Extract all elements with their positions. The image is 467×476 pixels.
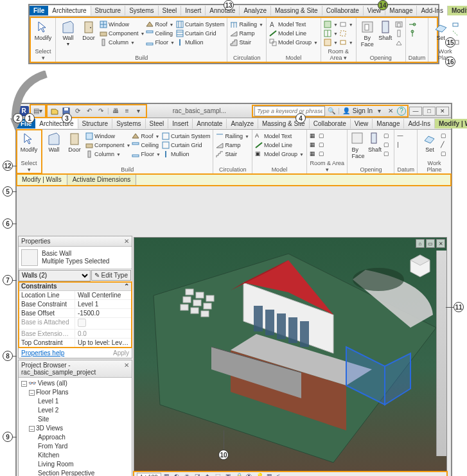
dormer-button[interactable] xyxy=(395,38,403,47)
by-face-button[interactable]: By Face xyxy=(359,20,376,48)
component-button[interactable]: Component▼ xyxy=(100,29,145,38)
m-window-button[interactable]: Window xyxy=(85,132,130,141)
location-line-value[interactable]: Wall Centerline xyxy=(75,291,132,299)
m-tab-view[interactable]: View xyxy=(351,119,373,128)
maximize-button[interactable]: □ xyxy=(423,107,436,116)
m-tab-steel[interactable]: Steel xyxy=(146,119,169,128)
window-button[interactable]: Window xyxy=(100,20,145,29)
room-button[interactable]: ▼ xyxy=(324,20,338,29)
tab-manage[interactable]: Manage xyxy=(385,6,417,15)
undo-icon[interactable]: ↶ xyxy=(84,106,94,116)
room-sep-button[interactable]: ▼ xyxy=(324,29,338,38)
tab-insert[interactable]: Insert xyxy=(181,6,206,15)
m-tab-addins[interactable]: Add-Ins xyxy=(404,119,434,128)
m-ceiling-button[interactable]: Ceiling xyxy=(132,141,160,150)
railing-button[interactable]: Railing▼ xyxy=(230,20,263,29)
model-group-button[interactable]: Model Group▼ xyxy=(269,38,318,47)
rendering-icon[interactable]: ✦ xyxy=(205,473,213,477)
tag-room-button[interactable]: ▼ xyxy=(339,20,353,29)
type-selector[interactable]: Basic WallMultiple Types Selected xyxy=(19,247,132,269)
m-byface[interactable]: By Face xyxy=(350,132,366,159)
crop-icon[interactable]: ⬚ xyxy=(215,473,223,477)
roof-button[interactable]: Roof▼ xyxy=(146,20,174,29)
m-tab-systems[interactable]: Systems xyxy=(112,119,145,128)
floor-button[interactable]: Floor▼ xyxy=(146,38,174,47)
detail-level-icon[interactable]: ▦ xyxy=(164,473,172,477)
tab-steel[interactable]: Steel xyxy=(159,6,182,15)
mullion-button[interactable]: Mullion xyxy=(176,38,225,47)
m-stair[interactable]: Stair xyxy=(216,150,249,159)
app-exchange-icon[interactable]: ✕ xyxy=(385,106,396,116)
wall-opening-button[interactable] xyxy=(395,20,403,29)
m-mg[interactable]: ▣Model Group▼ xyxy=(255,150,304,159)
reveal-icon[interactable]: 💡 xyxy=(256,473,264,477)
tab-systems[interactable]: Systems xyxy=(125,6,158,15)
view-level1[interactable]: Level 1 xyxy=(20,397,130,406)
tab-annotate[interactable]: Annotate xyxy=(206,6,240,15)
m-column-button[interactable]: Column▼ xyxy=(85,150,130,159)
worksharing-display-icon[interactable]: ▦ xyxy=(267,473,274,477)
m-tab-manage[interactable]: Manage xyxy=(373,119,404,128)
navigation-bar[interactable] xyxy=(436,251,446,456)
m-mu-button[interactable]: Mullion xyxy=(162,150,211,159)
tag-area-button[interactable]: ▼ xyxy=(339,38,353,47)
m-component-button[interactable]: Component▼ xyxy=(85,141,130,150)
view-site[interactable]: Site xyxy=(20,415,130,424)
modify-button[interactable]: Modify xyxy=(33,20,53,41)
m-tab-analyze[interactable]: Analyze xyxy=(227,119,258,128)
view-level2[interactable]: Level 2 xyxy=(20,406,130,415)
vert-opening-button[interactable] xyxy=(395,29,403,38)
minimize-button[interactable]: — xyxy=(409,107,422,116)
tab-structure[interactable]: Structure xyxy=(91,6,126,15)
base-constraint-value[interactable]: Level 1 xyxy=(75,300,132,308)
top-constraint-value[interactable]: Up to level: Level 2 xyxy=(75,339,132,347)
qat-dropdown-icon[interactable]: ▾ xyxy=(134,106,144,116)
m-ml[interactable]: Model Line xyxy=(255,141,304,150)
m-ramp[interactable]: Ramp xyxy=(216,141,249,150)
print-icon[interactable]: 🖶 xyxy=(110,106,121,116)
tab-collaborate[interactable]: Collaborate xyxy=(322,6,364,15)
help-icon[interactable]: ? xyxy=(397,107,406,116)
tab-file[interactable]: File xyxy=(30,6,48,15)
m-cs-button[interactable]: Curtain System xyxy=(162,132,211,141)
collapse-icon[interactable]: ⌃ xyxy=(124,283,129,290)
m-tab-insert[interactable]: Insert xyxy=(168,119,193,128)
curtain-system-button[interactable]: Curtain System xyxy=(176,20,225,29)
view-scale[interactable]: 1 : 100 xyxy=(137,473,161,477)
tab-modify-walls[interactable]: Modify | Walls xyxy=(448,6,467,15)
tab-analyze[interactable]: Analyze xyxy=(240,6,271,15)
instance-filter-select[interactable]: Walls (2) xyxy=(19,270,91,281)
shaft-button[interactable]: Shaft xyxy=(377,20,394,41)
apply-button[interactable]: Apply xyxy=(113,349,129,357)
sync-icon[interactable]: ⟳ xyxy=(73,106,83,116)
base-offset-value[interactable]: -1500.0 xyxy=(75,309,132,317)
wall-button[interactable]: Wall▼ xyxy=(58,20,78,46)
column-button[interactable]: Column▼ xyxy=(100,38,145,47)
edit-type-button[interactable]: ✎ Edit Type xyxy=(91,270,131,281)
redo-icon[interactable]: ↷ xyxy=(96,106,106,116)
tree-toggle[interactable]: – xyxy=(21,381,27,387)
temp-hide-icon[interactable]: 👁 xyxy=(246,473,254,477)
m-door-button[interactable]: Door xyxy=(65,132,84,153)
visual-style-icon[interactable]: ◐ xyxy=(174,473,182,477)
model-line-button[interactable]: Model Line xyxy=(269,29,318,38)
area-button[interactable]: ▼ xyxy=(324,38,338,47)
m-tab-structure[interactable]: Structure xyxy=(78,119,113,128)
model-text-button[interactable]: AModel Text xyxy=(269,20,318,29)
shadows-icon[interactable]: ◪ xyxy=(195,473,202,477)
m-mt[interactable]: AModel Text xyxy=(255,132,304,141)
tab-addins[interactable]: Add-Ins xyxy=(417,6,447,15)
grid-button[interactable] xyxy=(409,29,416,38)
activate-dimensions-button[interactable]: Activate Dimensions xyxy=(67,174,137,185)
close-button[interactable]: ✕ xyxy=(436,107,449,116)
search-icon[interactable]: 🔍 xyxy=(326,106,337,116)
show-plane-button[interactable] xyxy=(452,20,459,29)
m-tab-annotate[interactable]: Annotate xyxy=(193,119,227,128)
tab-architecture[interactable]: Architecture xyxy=(48,6,91,15)
sun-path-icon[interactable]: ☀ xyxy=(184,473,192,477)
level-button[interactable] xyxy=(409,20,416,29)
door-button[interactable]: Door xyxy=(79,20,98,41)
m-set[interactable]: Set xyxy=(420,132,439,153)
area-bd-button[interactable] xyxy=(339,29,353,38)
tab-massing[interactable]: Massing & Site xyxy=(271,6,322,15)
